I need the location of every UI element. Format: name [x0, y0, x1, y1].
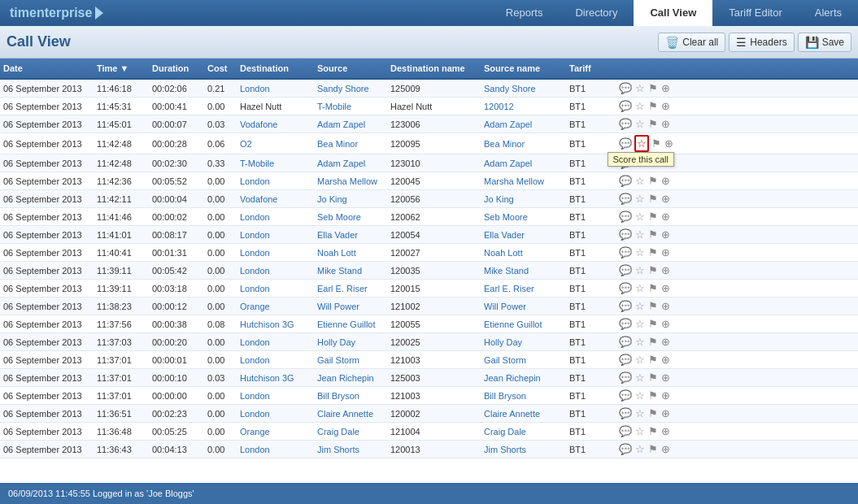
cell-source[interactable]: Jo King	[314, 192, 387, 206]
cell-source[interactable]: Will Power	[314, 299, 387, 314]
flag-icon[interactable]: ⚑	[647, 192, 659, 206]
flag-icon[interactable]: ⚑	[647, 228, 659, 241]
star-icon[interactable]: ☆	[634, 228, 646, 241]
star-icon[interactable]: ☆	[634, 442, 646, 456]
cell-source-name[interactable]: Ella Vader	[481, 228, 566, 242]
flag-icon[interactable]: ⚑	[647, 335, 659, 349]
cell-destination[interactable]: Vodafone	[237, 192, 314, 206]
cell-destination[interactable]: London	[237, 174, 314, 189]
star-icon-highlighted[interactable]: ☆	[634, 135, 649, 152]
cell-destination[interactable]: London	[237, 228, 314, 242]
comment-icon[interactable]: 💬	[618, 210, 633, 224]
col-cost[interactable]: Cost	[204, 62, 237, 75]
star-icon[interactable]: ☆	[634, 210, 646, 224]
plus-icon[interactable]: ⊕	[660, 335, 671, 349]
cell-source[interactable]: Bea Minor	[314, 137, 387, 151]
cell-source-name[interactable]: Jean Richepin	[481, 371, 566, 385]
nav-item-directory[interactable]: Directory	[559, 0, 634, 26]
save-button[interactable]: 💾 Save	[798, 33, 851, 52]
comment-icon[interactable]: 💬	[618, 335, 633, 349]
plus-icon[interactable]: ⊕	[660, 263, 671, 277]
cell-source[interactable]: Earl E. Riser	[314, 281, 387, 296]
cell-destination[interactable]: London	[237, 81, 314, 96]
comment-icon[interactable]: 💬	[618, 137, 633, 150]
plus-icon[interactable]: ⊕	[660, 442, 671, 456]
comment-icon[interactable]: 💬	[618, 424, 633, 438]
star-icon[interactable]: ☆	[634, 299, 646, 313]
comment-icon[interactable]: 💬	[618, 406, 633, 420]
plus-icon[interactable]: ⊕	[660, 371, 671, 385]
plus-icon[interactable]: ⊕	[660, 406, 671, 420]
cell-destination[interactable]: London	[237, 406, 314, 421]
cell-destination[interactable]: Hutchison 3G	[237, 371, 314, 385]
star-icon[interactable]: ☆	[634, 424, 646, 438]
cell-source[interactable]: Jean Richepin	[314, 371, 387, 385]
star-icon[interactable]: ☆	[634, 174, 646, 188]
cell-destination[interactable]: London	[237, 245, 314, 260]
comment-icon[interactable]: 💬	[618, 389, 633, 402]
plus-icon[interactable]: ⊕	[660, 389, 671, 402]
cell-source[interactable]: Seb Moore	[314, 210, 387, 224]
cell-source-name[interactable]: Claire Annette	[481, 406, 566, 421]
comment-icon[interactable]: 💬	[618, 353, 633, 367]
nav-item-alerts[interactable]: Alerts	[799, 0, 858, 26]
cell-source-name[interactable]: Bill Bryson	[481, 389, 566, 403]
flag-icon[interactable]: ⚑	[647, 210, 659, 224]
cell-source[interactable]: Holly Day	[314, 335, 387, 350]
flag-icon[interactable]: ⚑	[647, 174, 659, 188]
cell-source-name[interactable]: Adam Zapel	[481, 117, 566, 132]
plus-icon[interactable]: ⊕	[660, 228, 671, 241]
cell-destination[interactable]: London	[237, 353, 314, 367]
flag-icon[interactable]: ⚑	[647, 353, 659, 367]
plus-icon[interactable]: ⊕	[660, 192, 671, 206]
star-icon[interactable]: ☆	[634, 335, 646, 349]
cell-source-name[interactable]: Earl E. Riser	[481, 281, 566, 296]
flag-icon[interactable]: ⚑	[647, 317, 659, 331]
star-icon[interactable]: ☆	[634, 281, 646, 295]
cell-source-name[interactable]: Noah Lott	[481, 245, 566, 260]
flag-icon[interactable]: ⚑	[651, 137, 662, 150]
cell-destination[interactable]: Orange	[237, 299, 314, 314]
flag-icon[interactable]: ⚑	[647, 299, 659, 313]
comment-icon[interactable]: 💬	[618, 263, 633, 277]
cell-source-name[interactable]: Jim Shorts	[481, 442, 566, 457]
comment-icon[interactable]: 💬	[618, 299, 633, 313]
cell-destination[interactable]: Orange	[237, 424, 314, 439]
plus-icon[interactable]: ⊕	[660, 299, 671, 313]
comment-icon[interactable]: 💬	[618, 317, 633, 331]
col-source[interactable]: Source	[314, 62, 387, 75]
col-duration[interactable]: Duration	[149, 62, 204, 75]
col-dest-name[interactable]: Destination name	[387, 62, 481, 75]
cell-destination[interactable]: T-Mobile	[237, 156, 314, 171]
cell-source-name[interactable]: 120012	[481, 99, 566, 114]
cell-source-name[interactable]: Seb Moore	[481, 210, 566, 224]
col-date[interactable]: Date	[0, 62, 94, 75]
cell-source-name[interactable]: Holly Day	[481, 335, 566, 350]
star-icon[interactable]: ☆	[634, 317, 646, 331]
plus-icon[interactable]: ⊕	[660, 210, 671, 224]
comment-icon[interactable]: 💬	[618, 117, 633, 131]
nav-item-tariffeditor[interactable]: Tariff Editor	[712, 0, 799, 26]
cell-source[interactable]: Noah Lott	[314, 245, 387, 260]
cell-destination[interactable]: London	[237, 263, 314, 278]
cell-source[interactable]: Mike Stand	[314, 263, 387, 278]
cell-source-name[interactable]: Jo King	[481, 192, 566, 206]
cell-source[interactable]: Adam Zapel	[314, 117, 387, 132]
cell-destination[interactable]: London	[237, 281, 314, 296]
comment-icon[interactable]: 💬	[618, 442, 633, 456]
nav-item-reports[interactable]: Reports	[490, 0, 560, 26]
flag-icon[interactable]: ⚑	[647, 263, 659, 277]
cell-source-name[interactable]: Etienne Guillot	[481, 317, 566, 332]
star-icon[interactable]: ☆	[634, 371, 646, 385]
flag-icon[interactable]: ⚑	[647, 281, 659, 295]
comment-icon[interactable]: 💬	[618, 174, 633, 188]
clear-all-button[interactable]: 🗑️ Clear all	[658, 33, 725, 52]
headers-button[interactable]: ☰ Headers	[729, 33, 794, 52]
nav-item-callview[interactable]: Call View	[634, 0, 712, 26]
col-tariff[interactable]: Tariff	[566, 62, 615, 75]
cell-source[interactable]: Claire Annette	[314, 406, 387, 421]
cell-source[interactable]: Etienne Guillot	[314, 317, 387, 332]
star-icon[interactable]: ☆	[634, 406, 646, 420]
flag-icon[interactable]: ⚑	[647, 442, 659, 456]
cell-source[interactable]: Craig Dale	[314, 424, 387, 439]
